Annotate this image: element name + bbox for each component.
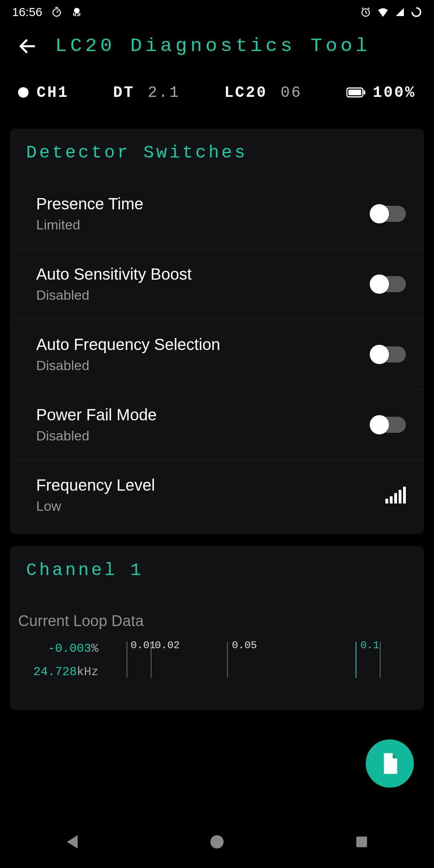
svg-line-7 <box>362 8 364 9</box>
detector-switches-card: Detector Switches Presence Time Limited … <box>10 129 424 534</box>
android-nav-bar <box>0 816 434 868</box>
triangle-back-icon <box>65 834 80 850</box>
svg-line-8 <box>368 8 370 9</box>
loop-freq-unit: kHz <box>77 665 98 679</box>
setting-subtitle: Disabled <box>36 287 192 303</box>
stopwatch-icon <box>51 6 62 18</box>
circle-home-icon <box>210 835 224 849</box>
svg-rect-12 <box>364 90 365 94</box>
loop-scale: 0.01 0.02 0.05 0.1 <box>98 642 416 686</box>
signal-bars-icon <box>385 487 406 504</box>
presence-time-toggle[interactable] <box>371 206 406 222</box>
setting-subtitle: Disabled <box>36 358 220 373</box>
loading-circle-icon <box>411 6 422 18</box>
status-time: 16:56 <box>12 5 42 19</box>
setting-row-power-fail[interactable]: Power Fail Mode Disabled <box>10 390 424 460</box>
arrow-left-icon <box>17 36 37 56</box>
battery-percent: 100% <box>373 84 416 101</box>
octopus-icon <box>71 6 82 18</box>
lc-version: LC20 06 <box>224 84 302 101</box>
device-info-bar: CH1 DT 2.1 LC20 06 100% <box>0 68 434 117</box>
nav-back-button[interactable] <box>60 830 84 854</box>
detector-switches-title: Detector Switches <box>10 143 424 179</box>
setting-title: Auto Sensitivity Boost <box>36 265 192 283</box>
setting-row-presence-time[interactable]: Presence Time Limited <box>10 179 424 249</box>
setting-title: Presence Time <box>36 195 143 213</box>
setting-row-auto-sensitivity[interactable]: Auto Sensitivity Boost Disabled <box>10 249 424 319</box>
loop-percent-value: -0.003 <box>48 642 91 655</box>
back-button[interactable] <box>16 35 39 57</box>
channel-card: Channel 1 Current Loop Data -0.003% 24.7… <box>10 546 424 710</box>
setting-subtitle: Low <box>36 498 155 514</box>
setting-title: Frequency Level <box>36 476 155 494</box>
loop-freq-value: 24.728 <box>33 665 77 679</box>
alarm-icon <box>360 6 371 18</box>
battery-status: 100% <box>346 84 416 101</box>
loop-data-area: -0.003% 24.728kHz 0.01 0.02 0.05 0.1 <box>10 642 424 698</box>
dt-version: DT 2.1 <box>113 84 180 101</box>
app-header: LC20 Diagnostics Tool <box>0 24 434 68</box>
svg-line-1 <box>57 11 59 13</box>
dt-value: 2.1 <box>148 84 180 101</box>
setting-subtitle: Disabled <box>36 428 157 444</box>
lc-label: LC20 <box>224 84 267 101</box>
setting-title: Auto Frequency Selection <box>36 336 220 354</box>
setting-row-frequency-level[interactable]: Frequency Level Low <box>10 460 424 530</box>
document-icon <box>381 753 399 774</box>
tick-label: 0.05 <box>232 639 257 651</box>
svg-rect-11 <box>348 90 361 95</box>
svg-point-0 <box>53 9 61 16</box>
channel-title: Channel 1 <box>10 560 424 596</box>
svg-rect-14 <box>356 837 367 848</box>
tick-label: 0.02 <box>155 639 180 651</box>
svg-point-13 <box>211 835 224 849</box>
setting-subtitle: Limited <box>36 217 143 233</box>
loop-percent-unit: % <box>91 642 98 655</box>
lc-value: 06 <box>280 84 302 101</box>
channel-label: CH1 <box>37 84 69 101</box>
app-title: LC20 Diagnostics Tool <box>55 36 371 57</box>
tick-label: 0.01 <box>131 639 156 651</box>
auto-frequency-toggle[interactable] <box>371 346 406 362</box>
battery-icon <box>346 87 366 98</box>
setting-row-auto-frequency[interactable]: Auto Frequency Selection Disabled <box>10 319 424 390</box>
tick-label: 0.1 <box>360 639 379 651</box>
power-fail-toggle[interactable] <box>371 417 406 433</box>
cell-signal-icon <box>395 7 405 17</box>
wifi-icon <box>377 7 389 17</box>
nav-home-button[interactable] <box>205 830 229 854</box>
auto-sensitivity-toggle[interactable] <box>371 276 406 292</box>
setting-title: Power Fail Mode <box>36 406 157 424</box>
svg-line-6 <box>366 12 367 13</box>
channel-dot-icon <box>18 87 29 98</box>
android-status-bar: 16:56 <box>0 0 434 24</box>
channel-indicator: CH1 <box>18 84 69 101</box>
dt-label: DT <box>113 84 135 101</box>
svg-point-3 <box>74 8 80 14</box>
fab-document-button[interactable] <box>366 739 414 788</box>
square-recent-icon <box>355 835 368 848</box>
loop-data-label: Current Loop Data <box>10 596 424 642</box>
nav-recent-button[interactable] <box>350 830 374 854</box>
